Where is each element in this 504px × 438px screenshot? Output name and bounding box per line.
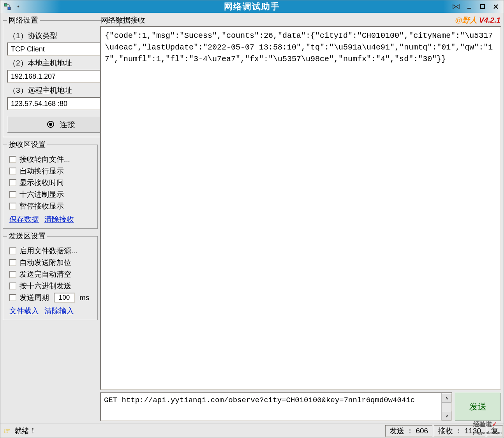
period-label: 发送周期 — [19, 293, 49, 303]
protocol-label: （1）协议类型 — [7, 31, 115, 41]
scroll-up-icon[interactable]: ∧ — [442, 393, 451, 403]
svg-rect-1 — [8, 7, 11, 10]
recv-settings-legend: 接收区设置 — [7, 140, 47, 150]
record-icon — [47, 121, 54, 128]
watermark: 经验啦✓ jingyanla.com — [473, 420, 502, 436]
connect-label: 连接 — [60, 119, 75, 130]
autoclear-label: 发送完自动清空 — [19, 269, 71, 279]
hand-icon: ☞ — [4, 426, 11, 436]
status-ready: 就绪！ — [14, 426, 37, 436]
period-input[interactable] — [54, 293, 75, 303]
checkbox-file-source[interactable] — [9, 247, 16, 254]
period-unit: ms — [79, 293, 89, 302]
dropdown-icon[interactable]: • — [14, 3, 23, 11]
send-settings-legend: 发送区设置 — [7, 231, 47, 241]
checkbox-hex-recv[interactable] — [9, 191, 16, 198]
scroll-down-icon[interactable]: ∨ — [442, 411, 451, 420]
app-window: • 网络调试助手 网络设置 （1）协议类型 ▼ — [0, 0, 504, 438]
checkbox-append[interactable] — [9, 259, 16, 266]
window-title: 网络调试助手 — [224, 1, 280, 12]
remote-host-combo[interactable]: ▼ — [7, 97, 115, 110]
pin-icon[interactable] — [451, 3, 461, 11]
titlebar: • 网络调试助手 — [0, 0, 504, 13]
remote-host-label: （3）远程主机地址 — [7, 85, 115, 95]
brand-label: @野人 V4.2.1 — [455, 15, 500, 25]
close-button[interactable] — [491, 3, 500, 11]
checkbox-time[interactable] — [9, 179, 16, 186]
protocol-combo[interactable]: ▼ — [7, 42, 115, 56]
checkbox-autoclear[interactable] — [9, 271, 16, 278]
wrap-label: 自动换行显示 — [19, 166, 64, 176]
checkbox-recv-file[interactable] — [9, 156, 16, 163]
pause-label: 暂停接收显示 — [19, 201, 64, 211]
clear-recv-link[interactable]: 清除接收 — [44, 214, 74, 224]
maximize-button[interactable] — [478, 3, 487, 11]
file-source-label: 启用文件数据源... — [19, 246, 78, 256]
recv-textarea[interactable]: {"code":1,"msg":"Sucess","counts":26,"da… — [100, 26, 501, 390]
protocol-input[interactable] — [8, 43, 104, 55]
status-send: 发送 ： 606 — [385, 425, 432, 437]
save-data-link[interactable]: 保存数据 — [9, 214, 39, 224]
local-host-combo[interactable]: ▼ — [7, 70, 115, 83]
checkbox-period[interactable] — [9, 294, 16, 301]
app-icon — [4, 3, 11, 11]
network-legend: 网络设置 — [7, 15, 40, 25]
recv-settings-group: 接收区设置 接收转向文件... 自动换行显示 显示接收时间 十六进制显示 暂停接… — [3, 140, 98, 229]
remote-host-input[interactable] — [8, 98, 104, 110]
svg-rect-0 — [4, 4, 7, 6]
connect-button[interactable]: 连接 — [7, 116, 115, 133]
hex-send-label: 按十六进制发送 — [19, 281, 71, 291]
clear-input-link[interactable]: 清除输入 — [44, 306, 74, 316]
send-button[interactable]: 发送 — [455, 392, 501, 421]
hex-recv-label: 十六进制显示 — [19, 189, 64, 200]
send-textarea[interactable] — [101, 393, 441, 420]
load-file-link[interactable]: 文件载入 — [9, 306, 39, 316]
svg-rect-5 — [481, 5, 485, 9]
checkbox-pause[interactable] — [9, 203, 16, 210]
local-host-input[interactable] — [8, 71, 104, 82]
statusbar: ☞ 就绪！ 发送 ： 606 接收 ： 1130 复 — [0, 424, 504, 438]
send-settings-group: 发送区设置 启用文件数据源... 自动发送附加位 发送完自动清空 按十六进制发送… — [3, 231, 98, 320]
local-host-label: （2）本地主机地址 — [7, 58, 115, 68]
recv-title: 网络数据接收 — [101, 15, 145, 25]
minimize-button[interactable] — [465, 3, 474, 11]
checkbox-hex-send[interactable] — [9, 283, 16, 290]
scrollbar[interactable]: ∧ ∨ — [441, 393, 451, 420]
time-label: 显示接收时间 — [19, 178, 64, 188]
recv-file-label: 接收转向文件... — [19, 154, 70, 164]
checkbox-wrap[interactable] — [9, 168, 16, 175]
append-label: 自动发送附加位 — [19, 258, 71, 268]
